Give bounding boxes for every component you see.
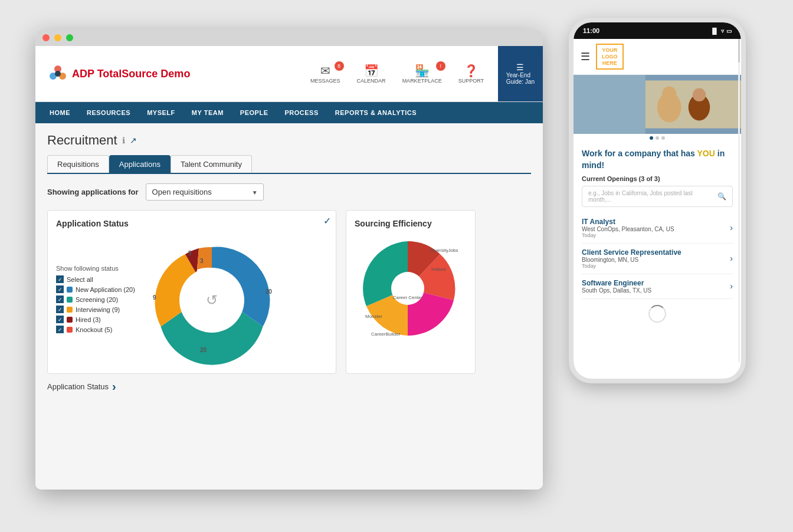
job-1-title: IT Analyst — [582, 218, 674, 226]
job-3-chevron-icon: › — [730, 281, 733, 291]
legend-label-screening: Screening (20) — [76, 296, 118, 303]
close-button[interactable] — [42, 34, 50, 41]
phone-job-1[interactable]: IT Analyst West ConOps, Pleasanton, CA, … — [582, 213, 733, 244]
filter-select[interactable]: Open requisitions All requisitions Close… — [146, 183, 264, 201]
year-end-label: Year-EndGuide: Jan — [506, 72, 535, 85]
filter-select-wrap[interactable]: Open requisitions All requisitions Close… — [146, 183, 264, 201]
donut-svg: ↺ — [147, 235, 277, 365]
phone-job-2[interactable]: Client Service Representative Bloomingto… — [582, 244, 733, 274]
tab-requisitions[interactable]: Requisitions — [47, 155, 109, 173]
nav-resources[interactable]: RESOURCES — [78, 102, 139, 123]
legend-knockout: ✓ Knockout (5) — [56, 326, 135, 333]
nav-process[interactable]: PROCESS — [276, 102, 326, 123]
calendar-label: CALENDAR — [357, 78, 386, 84]
svg-point-3 — [55, 71, 61, 77]
app-status-title: Application Status — [56, 219, 327, 228]
phone-search-bar[interactable]: e.g., Jobs in California, Jobs posted la… — [582, 186, 733, 207]
mac-window: ADP TotalSource Demo ✉ 8 MESSAGES 📅 CALE… — [35, 29, 543, 490]
checkbox-select-all[interactable]: ✓ — [56, 275, 64, 283]
phone-status-bar: 11:00 ▐▌ ▿ ▭ — [574, 22, 741, 39]
wifi-icon: ▿ — [721, 28, 724, 34]
nav-reports[interactable]: REPORTS & ANALYTICS — [327, 102, 425, 123]
phone-content: Work for a company that has YOU in mind!… — [574, 142, 741, 334]
hamburger-icon: ☰ — [516, 63, 524, 72]
dot-2[interactable] — [656, 136, 659, 140]
bottom-nav-label: Application Status — [47, 382, 109, 391]
tab-applications[interactable]: Applications — [109, 155, 171, 173]
support-icon: ❓ — [464, 64, 479, 78]
job-3-title: Software Engineer — [582, 279, 651, 287]
messages-badge: 8 — [335, 61, 344, 71]
legend-label-new-app: New Application (20) — [76, 286, 135, 293]
filter-label: Showing applications for — [47, 188, 139, 196]
carousel-dots — [574, 134, 741, 142]
spinner-icon — [648, 305, 666, 323]
content-area: Recruitment ℹ ↗ Requisitions Application… — [35, 123, 543, 490]
checkbox-knockout[interactable]: ✓ — [56, 326, 64, 333]
donut-chart: ↺ 20 20 9 3 5 — [147, 235, 277, 365]
knockout-dot — [67, 327, 73, 333]
marketplace-badge: ! — [436, 61, 445, 71]
job-2-info: Client Service Representative Bloomingto… — [582, 248, 681, 269]
marketplace-label: MARKETPLACE — [402, 78, 442, 84]
phone-device: 11:00 ▐▌ ▿ ▭ ☰ YOURLOGOHERE — [569, 18, 746, 383]
hired-dot — [67, 317, 73, 323]
phone-scrollbar[interactable] — [738, 39, 740, 362]
nav-people[interactable]: PEOPLE — [232, 102, 277, 123]
screening-dot — [67, 297, 73, 303]
check-icon: ✓ — [323, 215, 331, 226]
marketplace-icon-button[interactable]: 🏪 ! MARKETPLACE — [402, 64, 442, 84]
minimize-button[interactable] — [54, 34, 61, 41]
legend-label-interviewing: Interviewing (9) — [76, 306, 120, 313]
svg-point-11 — [693, 88, 706, 101]
search-icon[interactable]: 🔍 — [717, 192, 726, 201]
phone-job-3[interactable]: Software Engineer South Ops, Dallas, TX,… — [582, 274, 733, 299]
support-icon-button[interactable]: ❓ SUPPORT — [458, 64, 484, 84]
messages-icon-button[interactable]: ✉ 8 MESSAGES — [310, 64, 340, 84]
hamburger-menu-icon[interactable]: ☰ — [581, 50, 590, 63]
nav-home[interactable]: HOME — [41, 102, 78, 123]
job-3-info: Software Engineer South Ops, Dallas, TX,… — [582, 279, 651, 294]
help-icon[interactable]: ℹ — [122, 136, 125, 145]
phone-screen: 11:00 ▐▌ ▿ ▭ ☰ YOURLOGOHERE — [574, 22, 741, 379]
job-1-chevron-icon: › — [730, 223, 733, 232]
dot-3[interactable] — [661, 136, 665, 140]
job-1-location: West ConOps, Pleasanton, CA, US — [582, 226, 674, 232]
checkbox-screening[interactable]: ✓ — [56, 295, 64, 303]
label-careerbuilder: CareerBuilder — [371, 331, 401, 337]
job-2-title: Client Service Representative — [582, 248, 681, 257]
bottom-nav-arrow-icon[interactable]: › — [112, 380, 116, 393]
phone-tagline: Work for a company that has YOU in mind! — [582, 148, 733, 171]
expand-icon[interactable]: ↗ — [130, 136, 137, 145]
maximize-button[interactable] — [66, 34, 73, 41]
year-end-button[interactable]: ☰ Year-EndGuide: Jan — [498, 46, 543, 101]
hero-svg — [574, 75, 741, 134]
legend-interviewing: ✓ Interviewing (9) — [56, 306, 135, 313]
legend-new-app: ✓ New Application (20) — [56, 285, 135, 293]
nav-my-team[interactable]: MY TEAM — [183, 102, 232, 123]
job-2-location: Bloomington, MN, US — [582, 257, 681, 263]
checkbox-interviewing[interactable]: ✓ — [56, 306, 64, 313]
label-20-right: 20 — [266, 288, 272, 295]
charts-row: ✓ Application Status Show following stat… — [47, 210, 531, 374]
adp-logo-icon — [47, 63, 68, 84]
calendar-icon-button[interactable]: 📅 CALENDAR — [357, 64, 386, 84]
checkbox-hired[interactable]: ✓ — [56, 316, 64, 323]
label-indeed: Indeed — [431, 267, 445, 272]
label-diversity: DiversityJobs — [430, 248, 458, 253]
logo-adp: ADP TotalSource Demo — [72, 68, 190, 80]
company-logo: YOURLOGOHERE — [596, 44, 624, 70]
loading-spinner — [582, 299, 733, 329]
calendar-icon: 📅 — [364, 64, 379, 78]
refresh-icon: ↺ — [206, 292, 218, 308]
nav-myself[interactable]: MYSELF — [139, 102, 183, 123]
tagline-part1: Work for a company that has — [582, 149, 697, 158]
marketplace-icon: 🏪 — [415, 64, 430, 78]
checkbox-new-app[interactable]: ✓ — [56, 285, 64, 293]
tab-talent-community[interactable]: Talent Community — [171, 155, 252, 173]
phone-time: 11:00 — [583, 27, 599, 34]
sourcing-title: Sourcing Efficiency — [355, 219, 467, 228]
dot-1[interactable] — [650, 136, 653, 140]
logo-area: ADP TotalSource Demo — [47, 63, 190, 84]
job-2-date: Today — [582, 263, 681, 269]
